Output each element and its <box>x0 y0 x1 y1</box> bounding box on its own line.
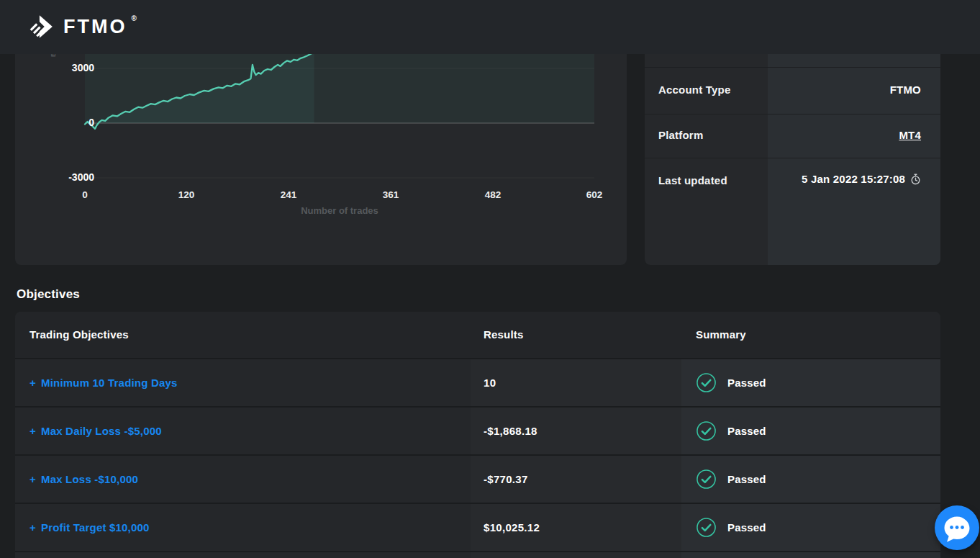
summary-cell: Passed <box>681 359 940 406</box>
summary-cell <box>681 552 940 558</box>
header-bar: FTMO ® <box>0 0 980 54</box>
col-summary: Summary <box>696 312 746 358</box>
summary-cell: Passed <box>681 408 940 454</box>
objective-link[interactable]: + Max Loss -$10,000 <box>30 473 138 485</box>
objective-link[interactable]: + Profit Target $10,000 <box>30 521 150 534</box>
account-info-card: Account Type FTMO Platform MT4 Last upda… <box>645 54 940 265</box>
last-updated-row: 5 Jan 2022 15:27:08 <box>802 173 921 185</box>
x-tick-120: 120 <box>165 189 208 200</box>
row-divider <box>645 67 940 68</box>
passed-label: Passed <box>727 425 766 437</box>
plus-icon: + <box>30 473 36 485</box>
account-type-value: FTMO <box>890 84 921 96</box>
result-value: $10,025.12 <box>484 521 540 534</box>
last-updated-label: Last updated <box>658 174 727 186</box>
summary-cell: Passed <box>681 504 940 551</box>
col-trading-objectives: Trading Objectives <box>30 312 129 358</box>
table-row: + Max Loss -$10,000 -$770.37 Passed <box>15 454 940 503</box>
platform-link[interactable]: MT4 <box>899 129 921 141</box>
page: FTMO ® E 3000 0 -3000 0 120 241 361 482 … <box>0 0 980 558</box>
check-icon <box>696 372 717 393</box>
x-tick-482: 482 <box>471 189 514 200</box>
objective-link[interactable]: + Minimum 10 Trading Days <box>30 377 178 389</box>
result-cell: -$1,868.18 <box>471 408 681 454</box>
objective-cell: + Minimum 10 Trading Days <box>15 359 471 406</box>
objective-label: Profit Target $10,000 <box>41 521 150 534</box>
chat-button[interactable] <box>935 505 979 550</box>
table-header-row: Trading Objectives Results Summary <box>15 312 940 358</box>
passed-label: Passed <box>727 473 766 485</box>
objective-link[interactable]: + Max Daily Loss -$5,000 <box>30 425 162 437</box>
registered-mark: ® <box>131 14 136 22</box>
ftmo-logo[interactable]: FTMO ® <box>27 12 141 41</box>
chat-bubble-icon <box>935 505 979 553</box>
equity-chart-svg <box>15 54 627 265</box>
x-tick-602: 602 <box>573 189 616 200</box>
x-tick-241: 241 <box>267 189 310 200</box>
platform-label: Platform <box>658 129 703 141</box>
objective-label: Minimum 10 Trading Days <box>41 377 178 389</box>
objectives-heading: Objectives <box>17 287 80 302</box>
last-updated-value: 5 Jan 2022 15:27:08 <box>802 173 905 185</box>
objective-cell <box>15 552 471 558</box>
objective-label: Max Loss -$10,000 <box>41 473 138 485</box>
result-cell <box>471 552 681 558</box>
brand-text: FTMO <box>63 12 127 41</box>
passed-label: Passed <box>727 521 766 534</box>
objective-cell: + Profit Target $10,000 <box>15 504 471 551</box>
row-divider <box>645 158 940 158</box>
ftmo-logo-icon <box>27 13 55 40</box>
col-results: Results <box>484 312 524 358</box>
check-icon <box>696 517 717 538</box>
y-tick-0: 0 <box>51 117 94 128</box>
x-tick-361: 361 <box>369 189 412 200</box>
plus-icon: + <box>30 425 36 437</box>
plus-icon: + <box>30 521 36 534</box>
stopwatch-icon <box>910 174 921 185</box>
check-icon <box>696 469 717 490</box>
y-tick-neg3000: -3000 <box>51 171 94 183</box>
x-axis-title: Number of trades <box>232 205 448 216</box>
row-divider <box>645 114 940 114</box>
result-cell: $10,025.12 <box>471 504 681 551</box>
table-row: + Max Daily Loss -$5,000 -$1,868.18 Pass… <box>15 406 940 454</box>
result-value: 10 <box>484 377 496 389</box>
table-row-partial <box>15 551 940 558</box>
result-value: -$1,868.18 <box>484 425 537 437</box>
equity-chart-card: E 3000 0 -3000 0 120 241 361 482 602 Num… <box>15 54 627 265</box>
x-tick-0: 0 <box>63 189 106 200</box>
objective-cell: + Max Loss -$10,000 <box>15 456 471 503</box>
check-icon <box>696 420 717 441</box>
objectives-table: Trading Objectives Results Summary + Min… <box>15 312 940 558</box>
y-tick-3000: 3000 <box>51 62 94 73</box>
objective-label: Max Daily Loss -$5,000 <box>41 425 162 437</box>
table-row: + Minimum 10 Trading Days 10 Passed <box>15 358 940 406</box>
summary-cell: Passed <box>681 456 940 503</box>
passed-label: Passed <box>727 377 766 389</box>
result-cell: 10 <box>471 359 681 406</box>
account-type-label: Account Type <box>658 84 730 96</box>
objective-cell: + Max Daily Loss -$5,000 <box>15 408 471 454</box>
result-cell: -$770.37 <box>471 456 681 503</box>
table-row: + Profit Target $10,000 $10,025.12 Passe… <box>15 503 940 551</box>
plus-icon: + <box>30 377 36 389</box>
result-value: -$770.37 <box>484 473 528 485</box>
y-axis-title-clipped: E <box>50 54 57 57</box>
